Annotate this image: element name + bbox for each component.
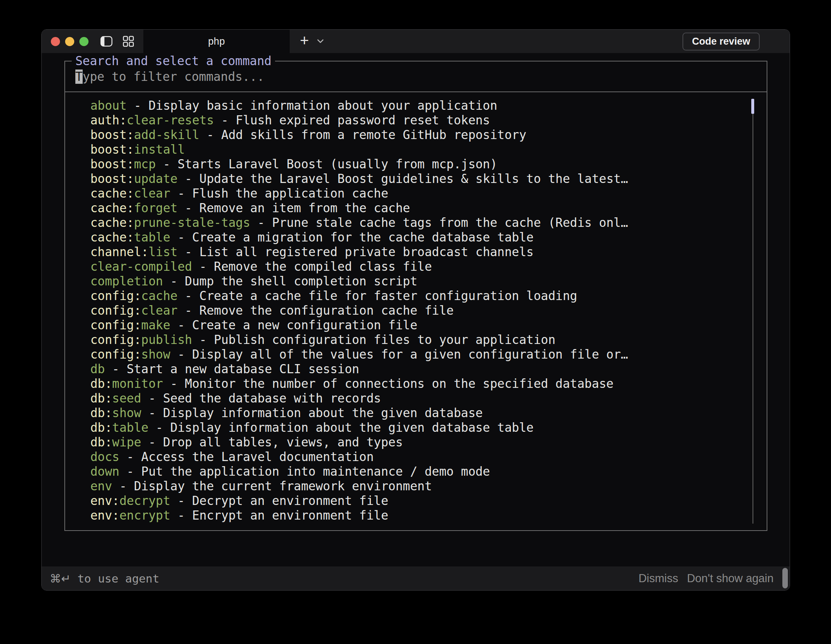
command-item[interactable]: config:make - Create a new configuration…	[90, 318, 767, 333]
tab-php[interactable]: php	[143, 30, 290, 53]
command-name: clear-resets	[127, 113, 213, 128]
command-item[interactable]: config:show - Display all of the values …	[90, 347, 767, 362]
command-item[interactable]: env - Display the current framework envi…	[90, 479, 767, 494]
command-item[interactable]: cache:prune-stale-tags - Prune stale cac…	[90, 215, 767, 230]
code-review-button[interactable]: Code review	[683, 33, 760, 51]
command-name: add-skill	[134, 128, 199, 142]
command-item[interactable]: auth:clear-resets - Flush expired passwo…	[90, 113, 767, 128]
command-namespace: cache:	[90, 230, 134, 244]
agent-hint: ⌘↵ to use agent	[50, 572, 159, 585]
sidebar-toggle-icon[interactable]	[100, 36, 113, 47]
command-namespace: db:	[90, 406, 112, 420]
command-namespace: cache:	[90, 201, 134, 215]
command-item[interactable]: channel:list - List all registered priva…	[90, 245, 767, 260]
command-name: forget	[134, 201, 177, 215]
maximize-window-button[interactable]	[80, 37, 89, 46]
command-item[interactable]: docs - Access the Laravel documentation	[90, 450, 767, 464]
command-namespace: config:	[90, 289, 141, 303]
command-item[interactable]: about - Display basic information about …	[90, 99, 767, 113]
command-namespace: channel:	[90, 245, 148, 259]
command-item[interactable]: cache:clear - Flush the application cach…	[90, 186, 767, 201]
list-scrollbar-track[interactable]	[752, 99, 753, 524]
command-namespace: db:	[90, 391, 112, 405]
command-description: - Starts Laravel Boost (usually from mcp…	[156, 157, 497, 171]
new-tab-button[interactable]: +	[300, 33, 309, 48]
command-description: - Create a migration for the cache datab…	[170, 230, 533, 244]
command-name: table	[112, 421, 148, 435]
command-description: - Monitor the number of connections on t…	[163, 376, 614, 391]
command-description: - Access the Laravel documentation	[119, 450, 373, 464]
minimize-window-button[interactable]	[65, 37, 74, 46]
command-description: - Display basic information about your a…	[127, 99, 497, 113]
command-item[interactable]: db:monitor - Monitor the number of conne…	[90, 376, 767, 391]
command-item[interactable]: boost:mcp - Starts Laravel Boost (usuall…	[90, 157, 767, 172]
command-description: - Display information about the given da…	[141, 406, 483, 420]
text-cursor: T	[75, 70, 83, 84]
command-item[interactable]: config:publish - Publish configuration f…	[90, 333, 767, 347]
command-item[interactable]: config:clear - Remove the configuration …	[90, 303, 767, 318]
command-name: install	[134, 142, 185, 156]
command-description: - Display information about the given da…	[148, 421, 533, 435]
command-item[interactable]: db:wipe - Drop all tables, views, and ty…	[90, 435, 767, 450]
command-item[interactable]: down - Put the application into maintena…	[90, 464, 767, 479]
command-item[interactable]: db - Start a new database CLI session	[90, 362, 767, 376]
command-item[interactable]: env:encrypt - Encrypt an environment fil…	[90, 508, 767, 523]
command-description: - Decrypt an environment file	[170, 494, 388, 508]
command-description: - Publish configuration files to your ap…	[192, 333, 555, 347]
command-name: decrypt	[119, 494, 170, 508]
command-item[interactable]: env:decrypt - Decrypt an environment fil…	[90, 494, 767, 508]
command-name: make	[141, 318, 170, 332]
command-description: - Update the Laravel Boost guidelines & …	[177, 172, 628, 186]
command-item[interactable]: boost:add-skill - Add skills from a remo…	[90, 128, 767, 142]
command-item[interactable]: clear-compiled - Remove the compiled cla…	[90, 260, 767, 274]
command-name: encrypt	[119, 508, 170, 523]
command-item[interactable]: boost:update - Update the Laravel Boost …	[90, 172, 767, 186]
search-placeholder: ype to filter commands...	[83, 70, 264, 84]
tab-bar: php + Code review	[42, 30, 790, 53]
command-name: monitor	[112, 376, 163, 391]
command-namespace: db:	[90, 376, 112, 391]
command-name: about	[90, 99, 127, 113]
command-namespace: cache:	[90, 186, 134, 201]
command-item[interactable]: db:table - Display information about the…	[90, 421, 767, 435]
command-description: - Dump the shell completion script	[163, 274, 417, 289]
list-scrollbar-thumb[interactable]	[751, 99, 754, 114]
command-description: - Start a new database CLI session	[105, 362, 359, 376]
command-item[interactable]: cache:forget - Remove an item from the c…	[90, 201, 767, 215]
command-item[interactable]: cache:table - Create a migration for the…	[90, 230, 767, 245]
command-item[interactable]: config:cache - Create a cache file for f…	[90, 289, 767, 303]
command-return-keys: ⌘↵	[50, 572, 71, 585]
command-description: - Encrypt an environment file	[170, 508, 388, 523]
window-scrollbar-thumb[interactable]	[782, 568, 788, 588]
search-input[interactable]: Type to filter commands...	[75, 70, 264, 84]
avatar[interactable]	[766, 33, 782, 50]
command-name: table	[134, 230, 170, 244]
dont-show-again-button[interactable]: Don't show again	[687, 572, 774, 585]
command-name: mcp	[134, 157, 156, 171]
command-item[interactable]: completion - Dump the shell completion s…	[90, 274, 767, 289]
command-item[interactable]: boost:install	[90, 142, 767, 157]
command-name: publish	[141, 333, 192, 347]
dismiss-button[interactable]: Dismiss	[638, 572, 678, 585]
command-namespace: boost:	[90, 128, 134, 142]
command-description: - Seed the database with records	[141, 391, 381, 405]
command-item[interactable]: db:show - Display information about the …	[90, 406, 767, 421]
command-name: completion	[90, 274, 163, 289]
tab-php-label: php	[208, 36, 225, 47]
command-description: - Create a cache file for faster configu…	[177, 289, 577, 303]
command-namespace: auth:	[90, 113, 127, 128]
command-name: clear	[134, 186, 170, 201]
command-name: env	[90, 479, 112, 493]
command-namespace: env:	[90, 494, 119, 508]
command-namespace: config:	[90, 347, 141, 362]
command-name: list	[148, 245, 177, 259]
close-window-button[interactable]	[51, 37, 60, 46]
command-name: cache	[141, 289, 177, 303]
terminal-window: php + Code review Search and select a co…	[41, 29, 790, 591]
new-tab-chevron-down-icon[interactable]	[317, 38, 324, 45]
command-name: clear	[141, 303, 177, 317]
window-controls	[42, 30, 89, 53]
grid-layout-icon[interactable]	[123, 36, 134, 47]
command-description: - Drop all tables, views, and types	[141, 435, 403, 450]
command-item[interactable]: db:seed - Seed the database with records	[90, 391, 767, 406]
